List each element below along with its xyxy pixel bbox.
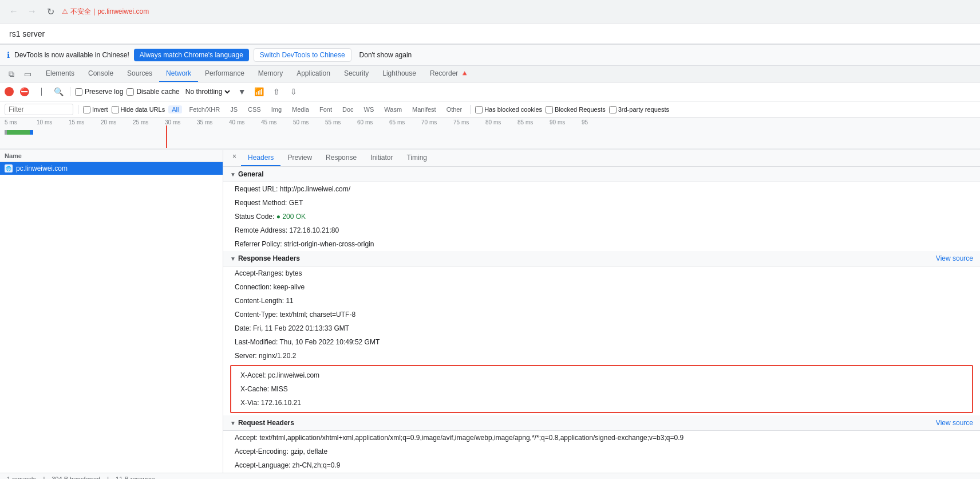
always-match-button[interactable]: Always match Chrome's language [134,49,249,61]
filter-input[interactable] [5,104,73,115]
reload-button[interactable]: ↻ [44,5,57,18]
content-type-value: text/html; charset=UTF-8 [280,311,355,319]
forward-button[interactable]: → [25,5,39,18]
filter-type-other[interactable]: Other [443,105,466,113]
network-conditions-icon[interactable]: 📶 [252,85,266,99]
page-title: rs1 server [9,29,45,38]
filter-type-img[interactable]: Img [268,105,285,113]
third-party-label[interactable]: 3rd-party requests [609,106,669,113]
devtools-tab-icons: ⧉ ▭ [5,67,34,81]
tab-network[interactable]: Network [159,66,198,82]
search-icon[interactable]: 🔍 [52,85,65,99]
filter-type-css[interactable]: CSS [244,105,264,113]
request-method-value: GET [289,199,303,207]
blocked-requests-label[interactable]: Blocked Requests [546,106,606,113]
filter-type-manifest[interactable]: Manifest [409,105,440,113]
preserve-log-checkbox[interactable] [75,88,82,96]
invert-checkbox-label[interactable]: Invert [83,106,108,113]
disable-cache-label[interactable]: Disable cache [127,88,179,96]
hide-data-urls-label[interactable]: Hide data URLs [112,106,165,113]
details-tab-initiator[interactable]: Initiator [363,150,400,166]
tick-60ms: 60 ms [357,119,389,125]
filter-type-all[interactable]: All [168,105,182,113]
req-accept-language-label: Accept-Language: [235,461,290,469]
back-button[interactable]: ← [7,5,21,18]
referrer-policy-row: Referrer Policy: strict-origin-when-cros… [223,237,980,251]
requests-count: 1 requests [7,476,36,479]
third-party-checkbox[interactable] [609,106,617,113]
filter-type-ws[interactable]: WS [361,105,378,113]
request-name: pc.linweiwei.com [16,164,68,172]
tab-lighthouse[interactable]: Lighthouse [376,66,423,82]
request-view-source[interactable]: View source [936,419,973,427]
dont-show-button[interactable]: Don't show again [356,49,416,61]
cursor-icon[interactable]: ⧉ [5,67,18,81]
name-column-header: Name [5,152,218,159]
info-icon: ℹ [7,50,10,60]
has-blocked-cookies-text: Has blocked cookies [484,106,542,113]
tab-memory[interactable]: Memory [251,66,290,82]
devtools-tabs: ⧉ ▭ Elements Console Sources Network Per… [0,66,980,83]
clear-button[interactable]: ⛔ [17,85,31,99]
status-dot: ● [276,213,283,221]
filter-type-js[interactable]: JS [227,105,241,113]
export-icon[interactable]: ⇩ [287,85,301,99]
tab-security[interactable]: Security [337,66,376,82]
accept-ranges-row: Accept-Ranges: bytes [223,266,980,280]
details-tab-headers[interactable]: Headers [241,150,280,166]
filter-type-doc[interactable]: Doc [339,105,357,113]
details-tab-timing[interactable]: Timing [400,150,434,166]
details-tab-preview[interactable]: Preview [280,150,319,166]
tab-sources[interactable]: Sources [120,66,159,82]
filter-type-fetch[interactable]: Fetch/XHR [185,105,223,113]
throttling-arrow-icon[interactable]: ▼ [235,85,249,99]
date-row: Date: Fri, 11 Feb 2022 01:13:33 GMT [223,321,980,335]
preserve-log-label[interactable]: Preserve log [75,88,123,96]
content-length-label: Content-Length: [235,297,284,305]
last-modified-value: Thu, 10 Feb 2022 10:49:52 GMT [280,338,380,346]
connection-row: Connection: keep-alive [223,280,980,294]
tab-recorder[interactable]: Recorder 🔺 [423,66,476,82]
tick-5ms: 5 ms [5,119,37,125]
import-icon[interactable]: ⇧ [270,85,283,99]
request-item[interactable]: 🌐 pc.linweiwei.com [0,162,223,175]
req-accept-language-value: zh-CN,zh;q=0.9 [293,461,341,469]
has-blocked-cookies-label[interactable]: Has blocked cookies [475,106,542,113]
filter-type-media[interactable]: Media [289,105,313,113]
tick-25ms: 25 ms [133,119,165,125]
switch-devtools-button[interactable]: Switch DevTools to Chinese [254,48,351,62]
filter-type-font[interactable]: Font [316,105,335,113]
disable-cache-checkbox[interactable] [127,88,134,96]
filter-type-wasm[interactable]: Wasm [381,105,405,113]
highlighted-headers-box: X-Accel: pc.linweiwei.com X-Cache: MISS … [230,365,973,413]
tick-85ms: 85 ms [517,119,550,125]
response-headers-label: Response Headers [238,254,300,262]
referrer-policy-label: Referrer Policy: [235,240,282,248]
response-view-source[interactable]: View source [936,254,973,262]
tab-elements[interactable]: Elements [39,66,81,82]
toggle-icon[interactable]: ▭ [21,67,34,81]
request-headers-section-header[interactable]: ▼ Request Headers View source [223,415,980,431]
details-tab-response[interactable]: Response [319,150,363,166]
tick-35ms: 35 ms [197,119,229,125]
x-accel-value: pc.linweiwei.com [268,371,319,379]
request-headers-arrow-icon: ▼ [230,420,236,426]
tick-75ms: 75 ms [453,119,485,125]
has-blocked-cookies-checkbox[interactable] [475,106,483,113]
blocked-requests-text: Blocked Requests [555,106,606,113]
content-length-row: Content-Length: 11 [223,294,980,308]
tab-console[interactable]: Console [81,66,120,82]
filter-icon[interactable]: ⏐ [34,85,48,99]
hide-data-urls-checkbox[interactable] [112,106,119,113]
response-headers-arrow-icon: ▼ [230,256,236,262]
general-section-header[interactable]: ▼ General [223,167,980,182]
tab-application[interactable]: Application [290,66,337,82]
blocked-requests-checkbox[interactable] [546,106,553,113]
invert-checkbox[interactable] [83,106,90,113]
response-headers-section-header[interactable]: ▼ Response Headers View source [223,251,980,266]
throttling-select[interactable]: No throttling [183,87,232,96]
details-close-button[interactable]: × [228,150,241,166]
record-button[interactable] [5,87,14,96]
tab-performance[interactable]: Performance [198,66,251,82]
remote-address-row: Remote Address: 172.16.10.21:80 [223,223,980,237]
